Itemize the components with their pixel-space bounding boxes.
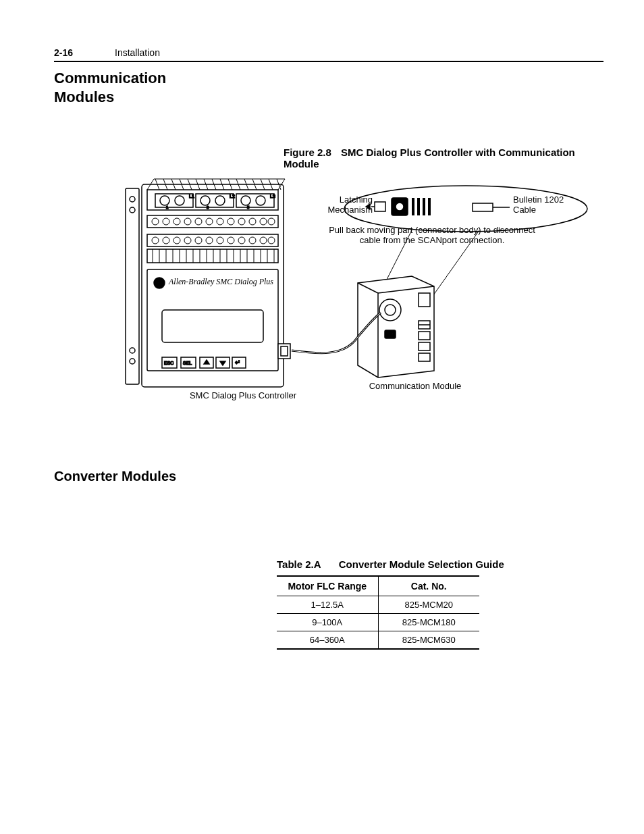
table-title: Converter Module Selection Guide <box>339 558 504 570</box>
svg-text:L1: L1 <box>189 194 194 199</box>
diagram-wrap: L1 1 L2 3 L3 5 <box>122 175 594 408</box>
svg-rect-99 <box>375 202 385 211</box>
figure-number: Figure 2.8 <box>284 147 331 158</box>
section-heading-converter-modules: Converter Modules <box>54 469 603 484</box>
page-number: 2-16 <box>54 47 115 58</box>
page: 2-16 Installation Communication Modules … <box>0 0 644 690</box>
svg-text:ESC: ESC <box>164 361 173 365</box>
cell-cat: 825-MCM20 <box>378 596 479 614</box>
label-device-brand: Allen-Bradley SMC Dialog Plus <box>169 278 284 287</box>
svg-rect-107 <box>473 203 493 211</box>
table-row: 9–100A 825-MCM180 <box>277 614 479 631</box>
cell-cat: 825-MCM180 <box>378 614 479 631</box>
table-caption: Table 2.A Converter Module Selection Gui… <box>277 558 603 570</box>
page-header: 2-16 Installation <box>54 47 603 62</box>
col-header-cat-no: Cat. No. <box>378 576 479 596</box>
communication-module-icon: AB <box>358 276 434 377</box>
chapter-title: Installation <box>115 47 160 58</box>
table-row: 64–360A 825-MCM630 <box>277 631 479 650</box>
figure-caption: Figure 2.8 SMC Dialog Plus Controller wi… <box>284 147 603 170</box>
svg-text:L3: L3 <box>270 194 275 199</box>
svg-text:L2: L2 <box>230 194 235 199</box>
cell-range: 9–100A <box>277 614 378 631</box>
label-pull-back-note: Pull back moving part (connector body) t… <box>317 226 547 246</box>
label-communication-module: Communication Module <box>361 382 469 392</box>
cell-cat: 825-MCM630 <box>378 631 479 650</box>
col-header-motor-flc-range: Motor FLC Range <box>277 576 378 596</box>
converter-module-table: Motor FLC Range Cat. No. 1–12.5A 825-MCM… <box>277 575 479 650</box>
svg-text:AB: AB <box>155 280 163 286</box>
table-number: Table 2.A <box>277 558 321 570</box>
svg-rect-0 <box>126 188 139 384</box>
label-latching-mechanism: Latching Mechanism <box>325 195 373 215</box>
cell-range: 64–360A <box>277 631 378 650</box>
label-bulletin-cable: Bulletin 1202 Cable <box>513 195 581 215</box>
svg-text:↵: ↵ <box>235 359 240 366</box>
svg-point-102 <box>396 203 404 211</box>
table-header-row: Motor FLC Range Cat. No. <box>277 576 479 596</box>
svg-text:AB: AB <box>386 332 393 337</box>
figure-block: Figure 2.8 SMC Dialog Plus Controller wi… <box>54 147 603 408</box>
label-smc-controller: SMC Dialog Plus Controller <box>182 391 304 401</box>
section-heading-communication-modules: Communication Modules <box>54 69 603 106</box>
table-row: 1–12.5A 825-MCM20 <box>277 596 479 614</box>
svg-text:SEL: SEL <box>183 361 192 365</box>
cell-range: 1–12.5A <box>277 596 378 614</box>
